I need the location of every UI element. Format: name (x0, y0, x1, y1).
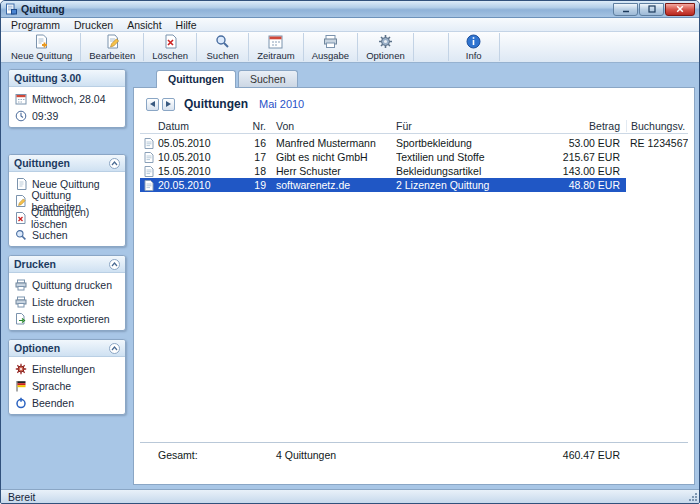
cell-von: Herr Schuster (272, 164, 396, 178)
sidebar-item-label: Quittung drucken (32, 279, 112, 291)
cell-betrag: 48.80 EUR (548, 178, 626, 192)
footer-count: 4 Quittungen (272, 448, 396, 462)
sidebar-item-quittung-drucken[interactable]: Quittung drucken (9, 276, 125, 293)
app-version-label: Quittung 3.00 (14, 72, 81, 84)
close-button[interactable] (665, 3, 695, 16)
sidebar: Quittung 3.00 Mittwoch, 28.04 09:39 (8, 69, 126, 485)
menu-drucken[interactable]: Drucken (67, 19, 120, 31)
table-row[interactable]: 10.05.2010 17 Gibt es nicht GmbH Textili… (140, 150, 688, 164)
section-drucken-header[interactable]: Drucken (9, 256, 125, 273)
table-row[interactable]: 15.05.2010 18 Herr Schuster Bekleidungsa… (140, 164, 688, 178)
toolbar-suchen-button[interactable]: Suchen (197, 33, 249, 61)
delete-icon (15, 212, 26, 224)
next-month-button[interactable] (162, 98, 175, 111)
sidebar-item-label: Quittung(en) löschen (31, 206, 119, 230)
collapse-icon[interactable] (109, 259, 120, 270)
receipt-icon (140, 178, 158, 192)
tab-suchen[interactable]: Suchen (238, 70, 298, 87)
panel-header: Quittungen Mai 2010 (140, 97, 688, 119)
toolbar-button-label: Suchen (207, 50, 239, 61)
window-controls (613, 3, 695, 16)
calendar-icon (268, 34, 283, 49)
tab-bar: Quittungen Suchen (133, 69, 695, 87)
table-row[interactable]: 05.05.2010 16 Manfred Mustermann Sportbe… (140, 136, 688, 150)
menu-ansicht[interactable]: Ansicht (120, 19, 168, 31)
table-row-selected[interactable]: 20.05.2010 19 softwarenetz.de 2 Lizenzen… (140, 178, 688, 192)
collapse-icon[interactable] (109, 158, 120, 169)
footer-spacer (236, 448, 272, 462)
calendar-icon (15, 93, 27, 105)
app-window: Quittung Programm Drucken Ansicht Hilfe … (0, 0, 700, 504)
resize-grip[interactable] (688, 492, 697, 501)
cell-datum: 10.05.2010 (158, 150, 236, 164)
cell-buchungsv (626, 150, 688, 164)
tab-quittungen[interactable]: Quittungen (156, 70, 236, 88)
sidebar-item-einstellungen[interactable]: Einstellungen (9, 360, 125, 377)
sidebar-item-liste-exportieren[interactable]: Liste exportieren (9, 310, 125, 327)
period-link[interactable]: Mai 2010 (259, 98, 304, 110)
cell-buchungsv (626, 164, 688, 178)
edit-icon (15, 195, 26, 207)
receipt-icon (140, 136, 158, 150)
collapse-icon[interactable] (109, 343, 120, 354)
cell-buchungsv: RE 1234567 (626, 136, 688, 150)
cell-betrag: 53.00 EUR (548, 136, 626, 150)
cell-datum: 05.05.2010 (158, 136, 236, 150)
cell-nr: 17 (236, 150, 272, 164)
menu-hilfe[interactable]: Hilfe (169, 19, 204, 31)
new-receipt-icon (34, 34, 49, 49)
cell-fuer: Bekleidungsartikel (396, 164, 548, 178)
sidebar-item-sprache[interactable]: Sprache (9, 377, 125, 394)
column-von[interactable]: Von (272, 120, 396, 132)
sidebar-item-beenden[interactable]: Beenden (9, 394, 125, 411)
statusbar: Bereit (1, 489, 699, 503)
cell-datum: 20.05.2010 (158, 178, 236, 192)
current-time-label: 09:39 (32, 110, 58, 122)
sidebar-item-label: Beenden (32, 397, 74, 409)
maximize-button[interactable] (639, 3, 664, 16)
table-header: Datum Nr. Von Für Betrag Buchungsv. (140, 119, 688, 134)
cell-von: Manfred Mustermann (272, 136, 396, 150)
section-quittungen-header[interactable]: Quittungen (9, 155, 125, 172)
sidebar-item-label: Liste exportieren (32, 313, 110, 325)
section-drucken: Drucken Quittung drucken Liste drucken (8, 255, 126, 331)
cell-von: Gibt es nicht GmbH (272, 150, 396, 164)
toolbar-button-label: Neue Quittung (11, 50, 72, 61)
cell-nr: 19 (236, 178, 272, 192)
toolbar-button-label: Bearbeiten (89, 50, 135, 61)
toolbar-loeschen-button[interactable]: Löschen (144, 33, 197, 61)
app-icon (5, 3, 17, 15)
column-betrag[interactable]: Betrag (548, 120, 626, 132)
sidebar-item-liste-drucken[interactable]: Liste drucken (9, 293, 125, 310)
menu-programm[interactable]: Programm (4, 19, 67, 31)
cell-betrag: 143.00 EUR (548, 164, 626, 178)
cell-von: softwarenetz.de (272, 178, 396, 192)
titlebar: Quittung (1, 1, 699, 18)
toolbar-ausgabe-button[interactable]: Ausgabe (304, 33, 359, 61)
cell-buchungsv (626, 178, 688, 192)
toolbar-info-button[interactable]: Info (448, 33, 500, 61)
printer-icon (15, 296, 27, 308)
column-datum[interactable]: Datum (158, 120, 236, 132)
minimize-button[interactable] (613, 3, 638, 16)
toolbar-bearbeiten-button[interactable]: Bearbeiten (81, 33, 144, 61)
section-optionen-header[interactable]: Optionen (9, 340, 125, 357)
flag-icon (15, 380, 27, 392)
receipts-panel: Quittungen Mai 2010 Datum Nr. Von Für Be… (133, 87, 695, 485)
cell-fuer: Textilien und Stoffe (396, 150, 548, 164)
toolbar-button-label: Zeitraum (257, 50, 294, 61)
toolbar: Neue Quittung Bearbeiten Löschen Suchen … (1, 32, 699, 63)
sidebar-item-quittungen-loeschen[interactable]: Quittung(en) löschen (9, 209, 125, 226)
toolbar-optionen-button[interactable]: Optionen (358, 33, 414, 61)
section-quittungen: Quittungen Neue Quittung Quittung bearb (8, 154, 126, 247)
column-fuer[interactable]: Für (396, 120, 548, 132)
footer-spacer (396, 448, 548, 462)
sidebar-item-label: Einstellungen (32, 363, 95, 375)
column-nr[interactable]: Nr. (236, 120, 272, 132)
column-buchungsv[interactable]: Buchungsv. (626, 120, 688, 132)
prev-month-button[interactable] (146, 98, 159, 111)
sidebar-item-label: Liste drucken (32, 296, 94, 308)
cell-nr: 18 (236, 164, 272, 178)
toolbar-neue-quittung-button[interactable]: Neue Quittung (3, 33, 81, 61)
toolbar-zeitraum-button[interactable]: Zeitraum (249, 33, 303, 61)
